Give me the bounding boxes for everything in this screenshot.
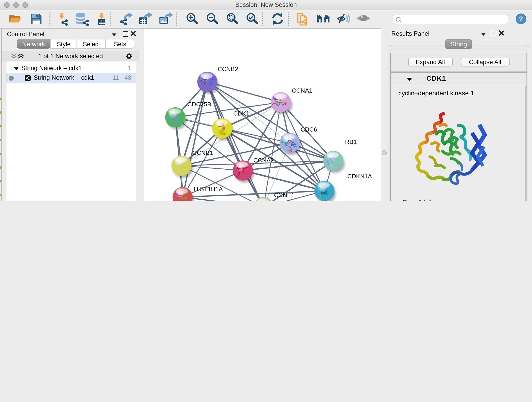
- svg-text:CDKN1A: CDKN1A: [347, 173, 372, 180]
- svg-text:CDC25B: CDC25B: [187, 101, 211, 108]
- svg-text:CCNB1: CCNB1: [192, 149, 213, 156]
- svg-text:?: ?: [519, 15, 523, 22]
- svg-text:CDK1: CDK1: [233, 110, 249, 117]
- svg-text:CCNA1: CCNA1: [292, 87, 312, 94]
- svg-text:CDC6: CDC6: [301, 126, 317, 133]
- svg-text:HIST1H1A: HIST1H1A: [194, 186, 223, 192]
- svg-text:CCNB2: CCNB2: [218, 65, 238, 72]
- svg-text:RB1: RB1: [345, 138, 357, 145]
- svg-text:CCNA2: CCNA2: [253, 157, 274, 164]
- svg-text:CCNE1: CCNE1: [274, 191, 294, 198]
